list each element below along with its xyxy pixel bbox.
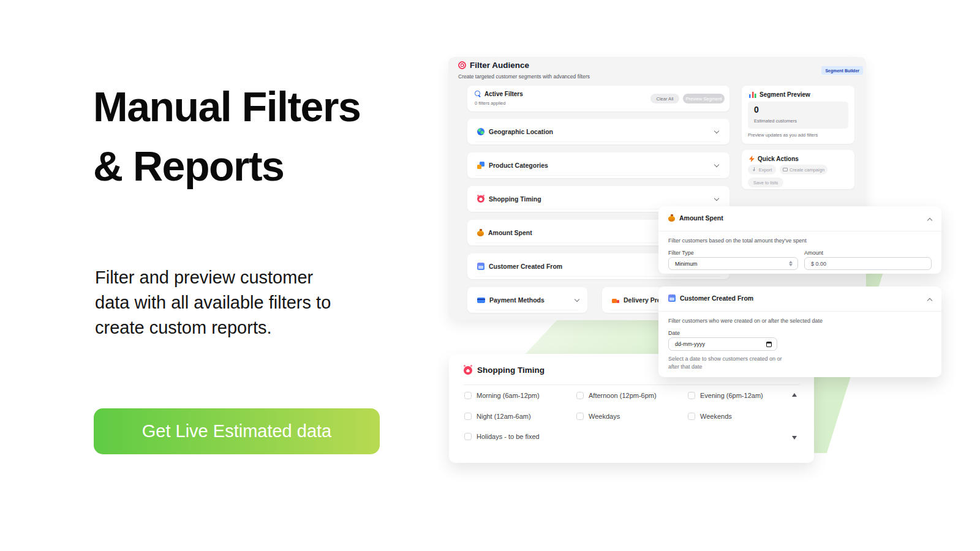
customer-created-description: Filter customers who were created on or … xyxy=(668,318,823,324)
active-filters-title: Active Filters xyxy=(484,91,523,97)
calendar-icon xyxy=(668,294,676,302)
save-to-lists-button[interactable]: Save to lists xyxy=(748,178,783,187)
date-input[interactable]: dd-mm-yyyy xyxy=(668,337,777,351)
page-title-line1: Manual Filters xyxy=(93,77,360,137)
option-morning[interactable]: Morning (6am-12pm) xyxy=(464,392,540,399)
shopping-timing-title: Shopping Timing xyxy=(477,365,545,375)
chevron-down-icon xyxy=(575,297,579,302)
lightning-icon xyxy=(749,156,755,162)
checkbox[interactable] xyxy=(464,433,472,440)
filter-type-select[interactable]: Minimum xyxy=(668,257,798,270)
option-holidays[interactable]: Holidays - to be fixed xyxy=(464,433,540,440)
quick-actions-card: Quick Actions Export Create campaign Sav… xyxy=(742,150,854,189)
checkbox[interactable] xyxy=(464,392,472,399)
date-hint: Select a date to show customers created … xyxy=(668,355,782,371)
download-icon xyxy=(752,167,757,172)
target-icon xyxy=(458,61,466,69)
panel-header: Filter Audience xyxy=(458,61,529,70)
checkbox[interactable] xyxy=(576,413,584,420)
filter-row-geographic-location[interactable]: Geographic Location xyxy=(467,119,729,144)
amount-input[interactable]: $ 0.00 xyxy=(804,257,932,270)
scroll-down-icon[interactable] xyxy=(792,436,797,440)
page-title-line2: & Reports xyxy=(93,137,360,196)
chevron-up-icon[interactable] xyxy=(927,298,932,303)
chevron-up-icon[interactable] xyxy=(927,218,932,223)
amount-spent-title: Amount Spent xyxy=(679,214,723,222)
money-bag-icon xyxy=(668,214,675,222)
boxes-icon xyxy=(477,162,484,169)
checkbox[interactable] xyxy=(464,413,472,420)
checkbox[interactable] xyxy=(576,392,584,399)
page-description: Filter and preview customer data with al… xyxy=(95,265,331,340)
segment-preview-card: Segment Preview 0 Estimated customers Pr… xyxy=(742,86,854,144)
customer-created-from-title: Customer Created From xyxy=(680,294,753,302)
scroll-up-icon[interactable] xyxy=(792,393,797,397)
filters-applied-status: 0 filters applied xyxy=(475,100,505,106)
estimated-customers-box: 0 Estimated customers xyxy=(748,102,848,129)
active-filters-card: Active Filters 0 filters applied Clear A… xyxy=(467,86,729,111)
search-icon xyxy=(475,91,481,97)
amount-spent-description: Filter customers based on the total amou… xyxy=(668,238,807,244)
date-label: Date xyxy=(668,330,680,336)
envelope-icon xyxy=(783,168,788,171)
chevron-down-icon xyxy=(714,129,719,133)
page-title: Manual Filters & Reports xyxy=(93,77,360,196)
divider xyxy=(464,384,799,385)
calendar-icon xyxy=(477,263,484,270)
panel-subtitle: Create targeted customer segments with a… xyxy=(458,73,590,80)
divider xyxy=(658,231,941,231)
filter-row-payment-methods[interactable]: Payment Methods xyxy=(467,287,587,313)
calendar-glyph-icon xyxy=(766,342,772,347)
filter-row-product-categories[interactable]: Product Categories xyxy=(467,152,729,178)
clear-all-button[interactable]: Clear All xyxy=(650,94,679,103)
option-afternoon[interactable]: Afternoon (12pm-6pm) xyxy=(576,392,657,399)
option-evening[interactable]: Evening (6pm-12am) xyxy=(688,392,763,399)
amount-spent-card: Amount Spent Filter customers based on t… xyxy=(658,206,941,274)
option-night[interactable]: Night (12am-6am) xyxy=(464,413,531,420)
option-weekends[interactable]: Weekends xyxy=(688,413,732,420)
estimated-customers-caption: Estimated customers xyxy=(754,118,797,124)
quick-actions-title: Quick Actions xyxy=(758,156,799,162)
delivery-box-icon xyxy=(612,296,619,304)
panel-title: Filter Audience xyxy=(470,61,529,70)
bar-chart-icon xyxy=(749,91,756,98)
alarm-clock-icon xyxy=(464,366,472,375)
export-button[interactable]: Export xyxy=(748,165,776,174)
chevron-down-icon xyxy=(714,196,719,201)
get-live-estimated-data-button[interactable]: Get Live Estimated data xyxy=(94,408,380,454)
checkbox[interactable] xyxy=(688,392,695,399)
filter-type-label: Filter Type xyxy=(668,250,694,256)
alarm-clock-icon xyxy=(477,195,484,203)
credit-card-icon xyxy=(477,298,485,303)
option-weekdays[interactable]: Weekdays xyxy=(576,413,620,420)
globe-icon xyxy=(477,128,484,135)
chevron-down-icon xyxy=(714,162,719,167)
create-campaign-button[interactable]: Create campaign xyxy=(780,165,827,174)
amount-label: Amount xyxy=(804,250,823,256)
money-bag-icon xyxy=(477,229,484,236)
checkbox[interactable] xyxy=(688,413,695,420)
segment-builder-badge: Segment Builder xyxy=(821,66,863,75)
estimated-customers-count: 0 xyxy=(754,105,759,114)
customer-created-from-card: Customer Created From Filter customers w… xyxy=(658,287,941,377)
segment-preview-title: Segment Preview xyxy=(760,91,810,98)
filter-audience-panel: Filter Audience Create targeted customer… xyxy=(448,57,866,320)
select-arrows-icon xyxy=(789,261,793,267)
segment-preview-hint: Preview updates as you add filters xyxy=(748,132,818,138)
preview-segment-button[interactable]: Preview Segment xyxy=(683,94,725,103)
divider xyxy=(658,311,941,312)
